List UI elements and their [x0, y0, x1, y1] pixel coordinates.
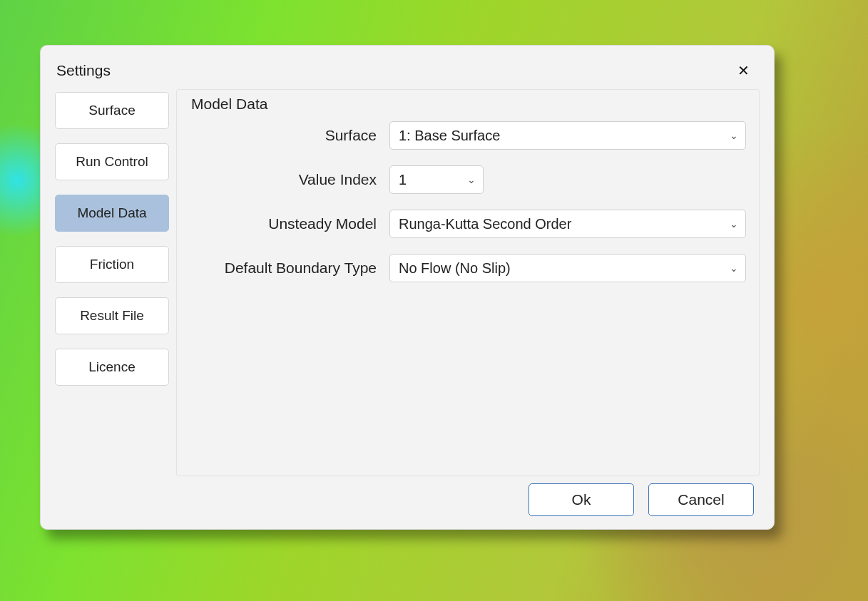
sidebar-item-friction[interactable]: Friction [55, 246, 169, 283]
model-data-panel: Model Data Surface 1: Base Surface ⌄ Val… [176, 89, 760, 476]
label-default-boundary-type: Default Boundary Type [190, 260, 377, 277]
sidebar-item-licence[interactable]: Licence [55, 349, 169, 386]
row-unsteady-model: Unsteady Model Runga-Kutta Second Order … [190, 210, 746, 238]
label-unsteady-model: Unsteady Model [190, 215, 377, 232]
sidebar-item-run-control[interactable]: Run Control [55, 143, 169, 180]
select-value: Runga-Kutta Second Order [399, 216, 571, 232]
select-value: 1 [399, 172, 407, 188]
select-unsteady-model[interactable]: Runga-Kutta Second Order ⌄ [389, 210, 746, 238]
sidebar-item-label: Surface [88, 103, 135, 118]
chevron-down-icon: ⌄ [730, 262, 738, 274]
label-surface: Surface [190, 127, 377, 144]
cancel-button[interactable]: Cancel [648, 483, 754, 516]
dialog-footer: Ok Cancel [55, 476, 760, 518]
chevron-down-icon: ⌄ [730, 218, 738, 230]
select-default-boundary-type[interactable]: No Flow (No Slip) ⌄ [389, 254, 746, 282]
button-label: Ok [572, 491, 591, 508]
close-icon[interactable]: ✕ [732, 59, 755, 82]
select-value-index[interactable]: 1 ⌄ [389, 165, 484, 194]
dialog-title: Settings [56, 62, 111, 79]
select-value: No Flow (No Slip) [399, 260, 511, 277]
settings-dialog: Settings ✕ Surface Run Control Model Dat… [40, 45, 775, 530]
sidebar-item-model-data[interactable]: Model Data [55, 195, 169, 232]
sidebar-item-surface[interactable]: Surface [55, 92, 169, 129]
sidebar-item-label: Model Data [77, 205, 146, 221]
row-surface: Surface 1: Base Surface ⌄ [190, 121, 746, 150]
settings-sidebar: Surface Run Control Model Data Friction … [55, 89, 169, 476]
button-label: Cancel [678, 491, 724, 508]
sidebar-item-label: Friction [90, 257, 134, 272]
sidebar-item-label: Licence [88, 359, 136, 375]
row-default-boundary-type: Default Boundary Type No Flow (No Slip) … [190, 254, 746, 282]
sidebar-item-label: Run Control [76, 154, 148, 170]
chevron-down-icon: ⌄ [730, 130, 738, 141]
dialog-body: Surface Run Control Model Data Friction … [55, 89, 760, 476]
dialog-titlebar: Settings ✕ [55, 55, 760, 89]
sidebar-item-label: Result File [80, 308, 144, 324]
select-value: 1: Base Surface [399, 128, 500, 144]
sidebar-item-result-file[interactable]: Result File [55, 297, 169, 334]
row-value-index: Value Index 1 ⌄ [190, 165, 746, 194]
ok-button[interactable]: Ok [529, 483, 634, 516]
label-value-index: Value Index [190, 171, 377, 188]
select-surface[interactable]: 1: Base Surface ⌄ [389, 121, 746, 150]
chevron-down-icon: ⌄ [467, 174, 476, 185]
panel-title: Model Data [191, 96, 746, 113]
